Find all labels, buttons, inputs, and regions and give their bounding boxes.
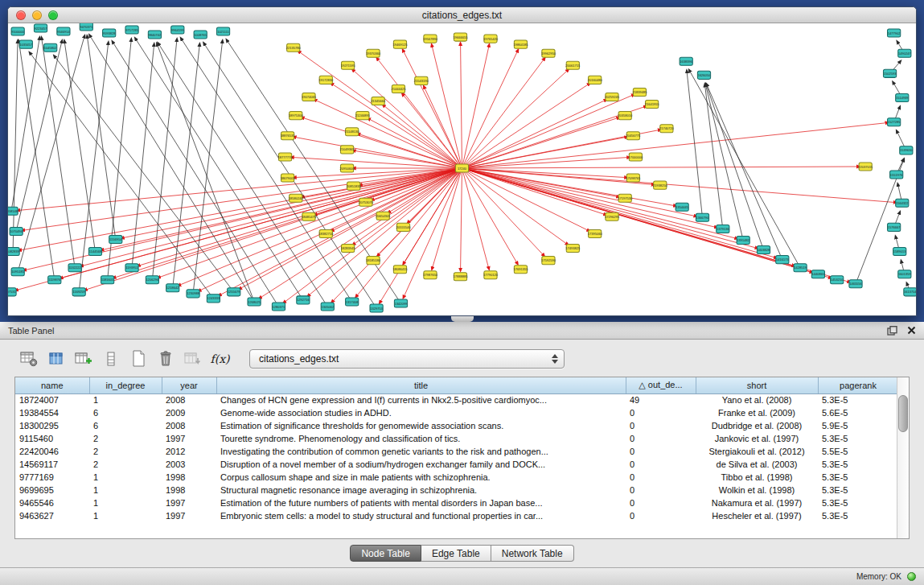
cell-in_degree[interactable]: 1	[89, 471, 162, 484]
column-header-title[interactable]: title	[216, 377, 626, 393]
cell-out_degree[interactable]: 0	[626, 496, 696, 509]
graph-edge[interactable]	[705, 86, 723, 229]
graph-edge[interactable]	[462, 167, 858, 168]
graph-edge[interactable]	[404, 51, 462, 168]
row-height-icon[interactable]	[100, 348, 121, 369]
cell-name[interactable]: 9463627	[15, 509, 89, 522]
cell-short[interactable]: Franke et al. (2009)	[696, 406, 818, 419]
graph-edge[interactable]	[462, 107, 645, 168]
graph-edge[interactable]	[461, 45, 462, 168]
table-row[interactable]: 1938455462009Genome-wide association stu…	[15, 406, 898, 419]
graph-edge[interactable]	[461, 168, 462, 269]
graph-edge[interactable]	[180, 168, 462, 285]
graph-edge[interactable]	[687, 72, 702, 217]
cell-name[interactable]: 19384554	[15, 406, 89, 419]
cell-short[interactable]: Wolkin et al. (1998)	[696, 484, 818, 496]
table-row[interactable]: 969969511998Structural magnetic resonanc…	[15, 484, 898, 496]
graph-edge[interactable]	[462, 101, 605, 168]
new-column-icon[interactable]	[72, 348, 94, 369]
cell-pagerank[interactable]: 5.3E-5	[818, 471, 898, 484]
function-builder-icon[interactable]: f(x)	[209, 348, 231, 369]
table-row[interactable]: 1830029562008Estimation of significance …	[15, 419, 898, 432]
new-document-icon[interactable]	[127, 348, 149, 369]
graph-edge[interactable]	[378, 60, 462, 168]
graph-edge[interactable]	[462, 84, 589, 168]
cell-in_degree[interactable]: 2	[89, 445, 162, 458]
graph-edge[interactable]	[136, 40, 302, 300]
graph-edge[interactable]	[316, 101, 462, 168]
tab-edge-table[interactable]: Edge Table	[421, 545, 491, 562]
show-columns-icon[interactable]	[45, 348, 67, 369]
cell-title[interactable]: Structural magnetic resonance image aver…	[216, 484, 626, 496]
cell-pagerank[interactable]: 5.3E-5	[818, 509, 898, 522]
cell-pagerank[interactable]: 5.3E-5	[818, 432, 898, 445]
zoom-window-button[interactable]	[48, 10, 58, 20]
graph-edge[interactable]	[83, 168, 462, 266]
graph-edge[interactable]	[13, 43, 18, 251]
cell-name[interactable]: 22420046	[15, 445, 89, 458]
cell-in_degree[interactable]: 1	[89, 393, 162, 406]
column-header-name[interactable]: name	[15, 377, 89, 393]
cell-in_degree[interactable]: 1	[89, 484, 162, 496]
cell-in_degree[interactable]: 1	[89, 509, 162, 522]
tab-node-table[interactable]: Node Table	[350, 545, 421, 562]
cell-short[interactable]: Jankovic et al. (1997)	[696, 432, 818, 445]
graph-edge[interactable]	[158, 46, 254, 302]
graph-edge[interactable]	[462, 158, 628, 168]
cell-in_degree[interactable]: 2	[89, 432, 162, 445]
window-titlebar[interactable]: citations_edges.txt	[8, 7, 916, 23]
cell-year[interactable]: 2009	[162, 406, 216, 419]
column-header-short[interactable]: short	[696, 377, 818, 393]
cell-year[interactable]: 2003	[162, 458, 216, 471]
cell-out_degree[interactable]: 49	[626, 393, 696, 406]
cell-name[interactable]: 9115460	[15, 432, 89, 445]
graph-edge[interactable]	[294, 158, 462, 168]
graph-edge[interactable]	[462, 71, 567, 168]
graph-edge[interactable]	[31, 54, 213, 299]
table-row[interactable]: 946362711997Embryonic stem cells: a mode…	[15, 509, 898, 522]
table-selector-dropdown[interactable]: citations_edges.txt	[249, 349, 565, 369]
cell-year[interactable]: 2008	[162, 419, 216, 432]
cell-year[interactable]: 1997	[162, 509, 216, 522]
cell-pagerank[interactable]: 5.6E-5	[818, 406, 898, 419]
graph-edge[interactable]	[42, 39, 75, 268]
cell-name[interactable]: 9699695	[15, 484, 89, 496]
cell-out_degree[interactable]: 0	[626, 471, 696, 484]
graph-edge[interactable]	[462, 95, 633, 168]
cell-name[interactable]: 18724007	[15, 393, 89, 406]
table-row[interactable]: 911546021997Tourette syndrome. Phenomeno…	[15, 432, 898, 445]
cell-pagerank[interactable]: 5.3E-5	[818, 496, 898, 509]
cell-year[interactable]: 1997	[162, 432, 216, 445]
graph-edge[interactable]	[462, 168, 756, 248]
cell-title[interactable]: Disruption of a novel member of a sodium…	[216, 458, 626, 471]
table-mode-icon[interactable]	[18, 348, 39, 369]
float-panel-icon[interactable]	[887, 326, 897, 336]
cell-year[interactable]: 1998	[162, 471, 216, 484]
cell-in_degree[interactable]: 6	[89, 419, 162, 432]
cell-short[interactable]: Hescheler et al. (1997)	[696, 509, 818, 522]
cell-pagerank[interactable]: 5.9E-5	[818, 419, 898, 432]
cell-short[interactable]: Stergiakouli et al. (2012)	[696, 445, 818, 458]
table-row[interactable]: 1872400712008Changes of HCN gene express…	[15, 393, 898, 406]
table-row[interactable]: 946554611997Estimation of the future num…	[15, 496, 898, 509]
graph-edge[interactable]	[462, 168, 567, 244]
cell-name[interactable]: 18300295	[15, 419, 89, 432]
cell-short[interactable]: de Silva et al. (2003)	[696, 458, 818, 471]
cell-title[interactable]: Tourette syndrome. Phenomenology and cla…	[216, 432, 626, 445]
cell-year[interactable]: 2012	[162, 445, 216, 458]
graph-edge[interactable]	[88, 38, 116, 239]
cell-title[interactable]: Changes of HCN gene expression and I(f) …	[216, 393, 626, 406]
cell-short[interactable]: Tibbo et al. (1998)	[696, 471, 818, 484]
cell-out_degree[interactable]: 0	[626, 406, 696, 419]
import-table-icon[interactable]	[182, 348, 203, 369]
cell-pagerank[interactable]: 5.3E-5	[818, 458, 898, 471]
cell-in_degree[interactable]: 6	[89, 406, 162, 419]
cell-name[interactable]: 14569117	[15, 458, 89, 471]
cell-short[interactable]: Nakamura et al. (1997)	[696, 496, 818, 509]
table-vertical-scrollbar[interactable]	[897, 377, 909, 538]
cell-name[interactable]: 9777169	[15, 471, 89, 484]
graph-edge[interactable]	[462, 168, 489, 267]
graph-edge[interactable]	[380, 168, 462, 301]
cell-out_degree[interactable]: 0	[626, 509, 696, 522]
cell-out_degree[interactable]: 0	[626, 458, 696, 471]
